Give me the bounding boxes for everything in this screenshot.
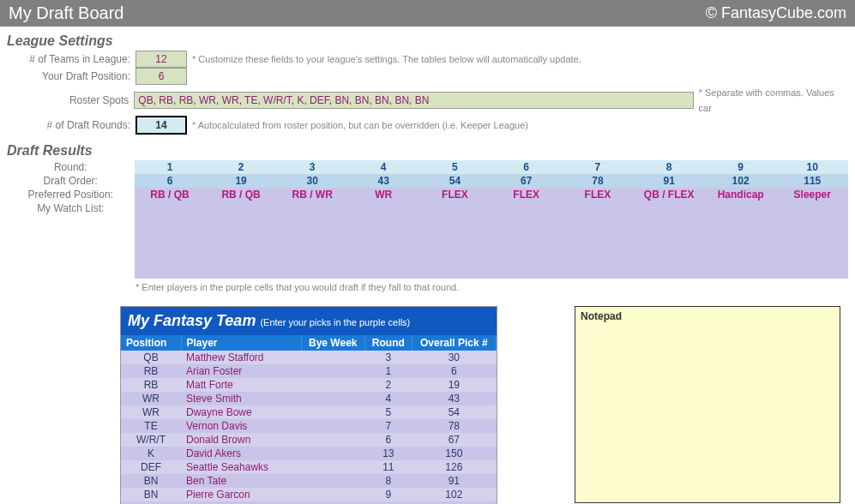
page-title: My Draft Board xyxy=(9,3,123,23)
pref-cell[interactable]: Handicap xyxy=(705,188,777,201)
draft-table: Round: 1 2 3 4 5 6 7 8 9 10 Draft Order:… xyxy=(7,160,848,279)
watch-cell[interactable] xyxy=(206,201,277,279)
cell-pick: 43 xyxy=(412,392,496,405)
note-customize: * Customize these fields to your league'… xyxy=(187,51,581,67)
table-row: RBArian Foster16 xyxy=(121,364,497,378)
cell-round: 6 xyxy=(364,433,412,447)
cell-player[interactable]: David Akers xyxy=(181,447,301,460)
table-row: BNPierre Garcon9102 xyxy=(121,488,497,501)
watch-cell[interactable] xyxy=(562,201,633,279)
table-row: W/R/TDonald Brown667 xyxy=(121,433,497,447)
order-cell: 54 xyxy=(419,174,491,188)
watch-cell[interactable] xyxy=(705,201,777,279)
cell-round: 5 xyxy=(364,405,412,419)
watch-cell[interactable] xyxy=(348,201,419,279)
input-roster[interactable]: QB, RB, RB, WR, WR, TE, W/R/T, K, DEF, B… xyxy=(134,92,693,109)
cell-player[interactable]: Dwayne Bowe xyxy=(181,405,301,419)
cell-bye xyxy=(301,351,364,364)
cell-bye xyxy=(301,419,364,433)
round-cell: 10 xyxy=(776,160,848,174)
cell-round: 11 xyxy=(364,460,412,474)
table-row: WRDwayne Bowe554 xyxy=(121,405,497,419)
cell-bye xyxy=(301,392,364,405)
cell-bye xyxy=(301,447,364,460)
input-teams[interactable]: 12 xyxy=(135,51,187,68)
pref-cell[interactable]: RB / WR xyxy=(277,188,348,201)
input-rounds[interactable]: 14 xyxy=(135,116,187,135)
notepad[interactable]: Notepad xyxy=(575,306,840,503)
pref-cell[interactable]: RB / QB xyxy=(206,188,277,201)
row-pref-position: Preferred Position: RB / QB RB / QB RB /… xyxy=(7,188,848,201)
cell-player[interactable]: Arian Foster xyxy=(181,364,301,378)
watch-cell[interactable] xyxy=(776,201,848,279)
cell-player[interactable]: Seattle Seahawks xyxy=(181,460,301,474)
cell-position: RB xyxy=(121,378,181,392)
round-cell: 4 xyxy=(348,160,419,174)
order-cell: 78 xyxy=(562,174,633,188)
label-order: Draft Order: xyxy=(7,174,135,188)
pref-cell[interactable]: FLEX xyxy=(562,188,633,201)
table-row: QBMatthew Stafford330 xyxy=(121,351,497,364)
note-separate: * Separate with commas. Values car xyxy=(694,85,848,116)
team-panel: My Fantasy Team (Enter your picks in the… xyxy=(120,306,497,504)
pref-cell[interactable]: FLEX xyxy=(419,188,491,201)
note-autocalc: * Autocalculated from roster position, b… xyxy=(187,117,528,133)
row-teams: # of Teams in League: 12 * Customize the… xyxy=(7,51,848,68)
cell-bye xyxy=(301,364,364,378)
app-header: My Draft Board © FantasyCube.com xyxy=(0,0,855,27)
round-cell: 3 xyxy=(277,160,348,174)
watch-cell[interactable] xyxy=(634,201,705,279)
cell-player[interactable]: Vernon Davis xyxy=(181,419,301,433)
pref-cell[interactable]: WR xyxy=(348,188,419,201)
cell-bye xyxy=(301,378,364,392)
team-table: Position Player Bye Week Round Overall P… xyxy=(121,335,497,504)
cell-pick: 150 xyxy=(412,447,496,460)
cell-pick: 126 xyxy=(412,460,496,474)
pref-cell[interactable]: RB / QB xyxy=(135,188,206,201)
row-rounds: # of Draft Rounds: 14 * Autocalculated f… xyxy=(7,116,848,135)
round-cell: 8 xyxy=(634,160,705,174)
pref-cell[interactable]: Sleeper xyxy=(776,188,848,201)
cell-pick: 67 xyxy=(412,433,496,447)
round-cell: 6 xyxy=(491,160,562,174)
col-position: Position xyxy=(121,335,181,351)
pref-cell[interactable]: QB / FLEX xyxy=(634,188,705,201)
cell-player[interactable]: Ben Tate xyxy=(181,474,301,488)
table-row: DEFSeattle Seahawks11126 xyxy=(121,460,497,474)
watch-cell[interactable] xyxy=(277,201,348,279)
input-position[interactable]: 6 xyxy=(135,68,187,85)
cell-round: 8 xyxy=(364,474,412,488)
team-sub: (Enter your picks in the purple cells) xyxy=(260,317,410,327)
order-cell: 6 xyxy=(135,174,206,188)
cell-player[interactable]: Donald Brown xyxy=(181,433,301,447)
cell-round: 7 xyxy=(364,419,412,433)
cell-player[interactable]: Steve Smith xyxy=(181,392,301,405)
draft-title: Draft Results xyxy=(7,143,848,159)
round-cell: 1 xyxy=(135,160,206,174)
row-position: Your Draft Position: 6 xyxy=(7,68,848,85)
team-col-headers: Position Player Bye Week Round Overall P… xyxy=(121,335,497,351)
cell-pick: 54 xyxy=(412,405,496,419)
cell-position: RB xyxy=(121,364,181,378)
cell-pick: 30 xyxy=(412,351,496,364)
draft-results: Draft Results Round: 1 2 3 4 5 6 7 8 9 1… xyxy=(0,136,855,303)
cell-pick: 6 xyxy=(412,364,496,378)
order-cell: 91 xyxy=(634,174,705,188)
cell-position: WR xyxy=(121,405,181,419)
cell-player[interactable]: Matt Forte xyxy=(181,378,301,392)
pref-cell[interactable]: FLEX xyxy=(491,188,562,201)
round-cell: 7 xyxy=(562,160,633,174)
cell-player[interactable]: Pierre Garcon xyxy=(181,488,301,501)
cell-player[interactable]: Matthew Stafford xyxy=(181,351,301,364)
bottom-area: My Fantasy Team (Enter your picks in the… xyxy=(0,303,855,504)
watch-cell[interactable] xyxy=(419,201,491,279)
order-cell: 30 xyxy=(277,174,348,188)
watch-cell[interactable] xyxy=(491,201,562,279)
cell-bye xyxy=(301,460,364,474)
order-cell: 102 xyxy=(705,174,777,188)
cell-position: K xyxy=(121,447,181,460)
order-cell: 19 xyxy=(206,174,277,188)
label-roster: Roster Spots xyxy=(7,93,134,108)
watch-cell[interactable] xyxy=(135,201,206,279)
table-row: WRSteve Smith443 xyxy=(121,392,497,405)
